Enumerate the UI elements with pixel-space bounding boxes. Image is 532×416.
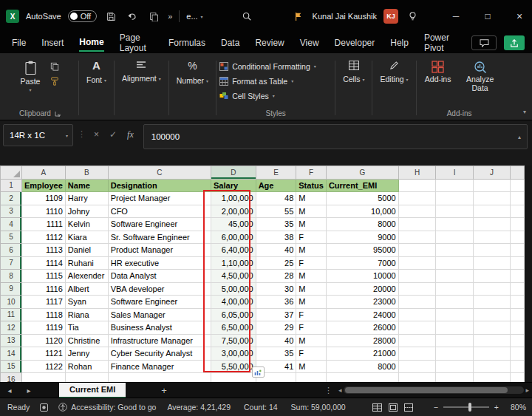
cell-G12[interactable]: 26000: [326, 321, 398, 335]
cell-C5[interactable]: Sr. Software Engineer: [108, 231, 211, 244]
empty-cell[interactable]: [473, 347, 511, 361]
tab-view[interactable]: View: [300, 35, 319, 51]
tab-file[interactable]: File: [12, 35, 26, 51]
cell-A6[interactable]: 1113: [21, 244, 65, 257]
header-cell-B1[interactable]: Name: [65, 179, 108, 192]
empty-cell[interactable]: [326, 373, 398, 383]
cell-B8[interactable]: Alexender: [65, 270, 108, 283]
formula-input[interactable]: 100000 ▴: [143, 124, 528, 149]
alignment-button[interactable]: Alignment▾: [117, 56, 166, 83]
empty-cell[interactable]: [398, 244, 436, 257]
number-button[interactable]: % Number▾: [172, 56, 213, 85]
new-sheet-button[interactable]: +: [161, 385, 167, 396]
cell-E12[interactable]: 29: [256, 321, 296, 335]
cell-E3[interactable]: 55: [256, 205, 296, 218]
cell-B3[interactable]: Johny: [65, 205, 108, 218]
collapse-formula-bar-icon[interactable]: ▴: [518, 134, 521, 140]
cell-B15[interactable]: Rohan: [65, 360, 108, 373]
tab-data[interactable]: Data: [221, 35, 239, 51]
scrollbar-thumb[interactable]: [345, 387, 508, 393]
tab-home[interactable]: Home: [79, 34, 103, 52]
cell-C10[interactable]: Software Engineer: [108, 296, 211, 309]
cell-A14[interactable]: 1121: [21, 347, 65, 361]
empty-cell[interactable]: [436, 205, 474, 218]
cell-F10[interactable]: M: [296, 296, 327, 309]
empty-cell[interactable]: [436, 360, 474, 373]
cells-button[interactable]: Cells▾: [338, 56, 369, 83]
empty-cell[interactable]: [511, 373, 525, 383]
cell-D6[interactable]: 6,40,000: [211, 244, 256, 257]
empty-cell[interactable]: [398, 296, 436, 309]
format-as-table-button[interactable]: Format as Table ▾: [219, 75, 332, 87]
cell-G15[interactable]: 8000: [326, 360, 398, 373]
empty-cell[interactable]: [398, 218, 436, 231]
page-layout-view-button[interactable]: [389, 403, 398, 412]
empty-cell[interactable]: [511, 244, 525, 257]
empty-cell[interactable]: [473, 270, 511, 283]
column-header-C[interactable]: C: [108, 166, 211, 180]
column-header-J[interactable]: J: [473, 166, 511, 180]
cell-D5[interactable]: 6,00,000: [211, 231, 256, 244]
cell-G13[interactable]: 28000: [326, 334, 398, 347]
row-header-16[interactable]: 16: [1, 373, 22, 383]
empty-cell[interactable]: [473, 321, 511, 335]
cell-A5[interactable]: 1112: [21, 231, 65, 244]
empty-cell[interactable]: [398, 205, 436, 218]
save-icon[interactable]: [103, 9, 118, 24]
empty-cell[interactable]: [436, 296, 474, 309]
status-sum[interactable]: Sum: 59,00,000: [291, 403, 346, 412]
empty-cell[interactable]: [398, 192, 436, 205]
empty-cell[interactable]: [473, 308, 511, 321]
row-header-10[interactable]: 10: [1, 296, 22, 309]
cell-C6[interactable]: Product Manager: [108, 244, 211, 257]
empty-cell[interactable]: [436, 282, 474, 296]
cell-F11[interactable]: F: [296, 308, 327, 321]
scroll-left-icon[interactable]: ◂: [338, 386, 342, 394]
empty-cell[interactable]: [436, 256, 474, 270]
cell-D10[interactable]: 4,00,000: [211, 296, 256, 309]
empty-cell[interactable]: [398, 347, 436, 361]
tab-review[interactable]: Review: [255, 35, 284, 51]
empty-cell[interactable]: [436, 192, 474, 205]
cell-F12[interactable]: F: [296, 321, 327, 335]
empty-cell[interactable]: [398, 360, 436, 373]
cell-A12[interactable]: 1119: [21, 321, 65, 335]
cell-D13[interactable]: 7,50,000: [211, 334, 256, 347]
empty-cell[interactable]: [436, 373, 474, 383]
empty-cell[interactable]: [473, 244, 511, 257]
cell-B4[interactable]: Kelvin: [65, 218, 108, 231]
user-name[interactable]: Kunal Jai Kaushik: [313, 12, 377, 21]
cell-B2[interactable]: Harry: [65, 192, 108, 205]
cell-A9[interactable]: 1116: [21, 282, 65, 296]
collapse-ribbon-icon[interactable]: ▾: [523, 109, 526, 115]
empty-cell[interactable]: [511, 192, 525, 205]
cell-A15[interactable]: 1122: [21, 360, 65, 373]
column-header-G[interactable]: G: [326, 166, 398, 180]
next-sheet-button[interactable]: ▸: [19, 386, 38, 395]
tab-formulas[interactable]: Formulas: [168, 35, 205, 51]
search-icon[interactable]: [239, 9, 254, 24]
zoom-slider-knob[interactable]: [468, 403, 471, 412]
cell-A2[interactable]: 1109: [21, 192, 65, 205]
close-button[interactable]: ×: [507, 4, 532, 29]
empty-cell[interactable]: [398, 373, 436, 383]
column-header-I[interactable]: I: [436, 166, 474, 180]
cell-C11[interactable]: Sales Manager: [108, 308, 211, 321]
header-cell-A1[interactable]: Employee: [21, 179, 65, 192]
cell-B6[interactable]: Daniel: [65, 244, 108, 257]
empty-cell[interactable]: [21, 373, 65, 383]
empty-cell[interactable]: [436, 308, 474, 321]
empty-cell[interactable]: [511, 308, 525, 321]
quick-access-item[interactable]: e... ▾: [186, 12, 202, 21]
empty-cell[interactable]: [398, 231, 436, 244]
empty-cell[interactable]: [511, 256, 525, 270]
cell-D12[interactable]: 6,50,000: [211, 321, 256, 335]
empty-cell[interactable]: [473, 373, 511, 383]
toolbar-overflow-icon[interactable]: »: [168, 12, 172, 21]
cell-B12[interactable]: Tia: [65, 321, 108, 335]
cell-G3[interactable]: 10,000: [326, 205, 398, 218]
cell-G4[interactable]: 8000: [326, 218, 398, 231]
comments-button[interactable]: [471, 35, 497, 50]
cell-B14[interactable]: Jenny: [65, 347, 108, 361]
cell-B5[interactable]: Kiara: [65, 231, 108, 244]
